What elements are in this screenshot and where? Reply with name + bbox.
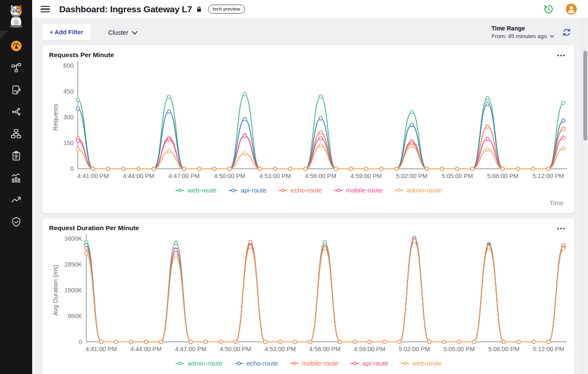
- sidebar-item-zones[interactable]: [8, 128, 25, 140]
- svg-text:5:08:00 PM: 5:08:00 PM: [487, 173, 518, 179]
- sidebar-nav: [0, 40, 32, 228]
- series-markers-admin-route: [76, 144, 565, 170]
- svg-text:3800K: 3800K: [64, 235, 82, 242]
- trending-up-icon: [11, 194, 22, 205]
- sidebar-item-insights[interactable]: [8, 194, 25, 206]
- legend-marker-icon: [400, 361, 409, 366]
- time-range-value-dropdown[interactable]: From: 45 minutes ago: [492, 33, 553, 39]
- legend-item-api-route[interactable]: api-route: [228, 187, 267, 194]
- chart-title: Requests Per Minute: [49, 51, 114, 59]
- svg-text:5:08:00 PM: 5:08:00 PM: [488, 346, 519, 352]
- sidebar: [0, 0, 32, 374]
- sidebar-item-policies[interactable]: [8, 84, 25, 96]
- legend-item-web-route[interactable]: web-route: [175, 187, 217, 194]
- legend-marker-icon: [234, 361, 244, 366]
- legend-marker-icon: [350, 361, 360, 366]
- refresh-icon[interactable]: [562, 28, 571, 37]
- svg-text:0: 0: [70, 165, 74, 172]
- svg-text:4:53:00 PM: 4:53:00 PM: [264, 346, 296, 352]
- bar-chart-stats-icon: [11, 172, 22, 183]
- svg-text:5:12:00 PM: 5:12:00 PM: [533, 346, 564, 352]
- sidebar-item-checklist[interactable]: [8, 150, 25, 162]
- svg-text:4:44:00 PM: 4:44:00 PM: [123, 173, 154, 179]
- history-clock-icon[interactable]: [543, 4, 554, 14]
- legend-item-admin-route[interactable]: admin-route: [175, 360, 223, 367]
- legend-item-mobile-route[interactable]: mobile-route: [334, 187, 382, 194]
- series-line-web-route: [86, 241, 563, 342]
- time-range-title: Time Range: [492, 25, 553, 32]
- legend-item-mobile-route[interactable]: mobile-route: [290, 360, 338, 367]
- svg-text:150: 150: [63, 140, 74, 146]
- card-requests-per-minute: Requests Per Minute Requests015030045060…: [42, 45, 574, 213]
- chevron-down-icon: [550, 33, 554, 38]
- sitemap-zones-icon: [11, 128, 22, 139]
- sidebar-item-dashboard[interactable]: [8, 40, 25, 52]
- cluster-dropdown-label: Cluster: [108, 29, 129, 36]
- svg-text:4:56:00 PM: 4:56:00 PM: [305, 173, 336, 179]
- svg-text:2850K: 2850K: [64, 261, 82, 268]
- svg-text:4:41:00 PM: 4:41:00 PM: [77, 173, 109, 179]
- clipboard-list-icon: [11, 151, 22, 161]
- svg-text:4:59:00 PM: 4:59:00 PM: [354, 346, 385, 352]
- legend-marker-icon: [334, 188, 343, 192]
- molecule-mesh-icon: [11, 107, 22, 117]
- svg-text:5:12:00 PM: 5:12:00 PM: [533, 173, 564, 179]
- series-markers-api-route: [85, 238, 565, 344]
- add-filter-button[interactable]: + Add Filter: [42, 24, 91, 40]
- duration-chart-legend: admin-routeecho-routemobile-routeapi-rou…: [49, 360, 568, 367]
- page-title: Dashboard: Ingress Gateway L7: [59, 4, 192, 14]
- svg-text:450: 450: [63, 88, 74, 95]
- scrollbar-thumb[interactable]: [583, 51, 587, 140]
- legend-item-echo-route[interactable]: echo-route: [278, 187, 322, 194]
- series-markers-admin-route: [85, 237, 565, 344]
- legend-item-web-route[interactable]: web-route: [400, 360, 442, 367]
- x-axis-title: Time: [49, 367, 568, 374]
- ellipsis-menu-icon[interactable]: [555, 53, 568, 57]
- lock-icon: [196, 6, 202, 13]
- user-avatar-icon[interactable]: [566, 3, 577, 15]
- legend-item-echo-route[interactable]: echo-route: [234, 360, 278, 367]
- svg-text:4:47:00 PM: 4:47:00 PM: [168, 173, 200, 179]
- sidebar-item-security[interactable]: [8, 216, 25, 228]
- series-markers-echo-route: [85, 236, 565, 344]
- scrollbar-track[interactable]: [582, 19, 588, 374]
- series-line-api-route: [78, 104, 563, 169]
- duration-chart: Avg Duration (ms)0950K1900K2850K3800K4:4…: [49, 233, 568, 358]
- legend-item-api-route[interactable]: api-route: [350, 360, 388, 367]
- legend-marker-icon: [394, 188, 404, 192]
- ellipsis-menu-icon[interactable]: [555, 226, 568, 230]
- sidebar-item-metrics[interactable]: [8, 172, 25, 184]
- shield-check-icon: [11, 217, 22, 227]
- sidebar-item-topology[interactable]: [8, 62, 25, 74]
- cluster-dropdown[interactable]: Cluster: [108, 29, 137, 36]
- time-range-block: Time Range From: 45 minutes ago: [492, 25, 553, 39]
- legend-marker-icon: [290, 361, 299, 366]
- svg-text:1900K: 1900K: [64, 287, 82, 294]
- gauge-dashboard-icon: [11, 40, 22, 52]
- tech-preview-badge: tech preview: [208, 5, 245, 14]
- svg-text:0: 0: [79, 338, 82, 345]
- y-axis-title: Requests: [52, 104, 59, 130]
- hamburger-menu-icon[interactable]: [41, 6, 50, 13]
- svg-text:4:50:00 PM: 4:50:00 PM: [214, 173, 245, 179]
- requests-chart-legend: web-routeapi-routeecho-routemobile-route…: [49, 187, 568, 194]
- svg-text:5:02:00 PM: 5:02:00 PM: [398, 346, 430, 352]
- y-axis-title: Avg Duration (ms): [52, 265, 59, 316]
- svg-text:4:53:00 PM: 4:53:00 PM: [259, 173, 291, 179]
- svg-text:4:59:00 PM: 4:59:00 PM: [351, 173, 382, 179]
- legend-marker-icon: [175, 361, 184, 366]
- time-range-value: From: 45 minutes ago: [492, 33, 547, 39]
- legend-marker-icon: [278, 188, 288, 192]
- legend-item-admin-route[interactable]: admin-route: [394, 187, 442, 194]
- sidebar-notch-decoration: [0, 30, 8, 40]
- kuma-cat-logo-icon: [6, 3, 26, 28]
- legend-marker-icon: [175, 188, 184, 192]
- chevron-down-icon: [132, 29, 137, 35]
- svg-text:600: 600: [63, 62, 74, 69]
- svg-text:4:41:00 PM: 4:41:00 PM: [85, 346, 117, 352]
- series-line-mobile-route: [78, 136, 563, 169]
- chart-title: Request Duration Per Minute: [49, 224, 139, 232]
- sidebar-item-services[interactable]: [8, 106, 25, 118]
- legend-marker-icon: [228, 188, 238, 192]
- app-logo[interactable]: [0, 0, 32, 30]
